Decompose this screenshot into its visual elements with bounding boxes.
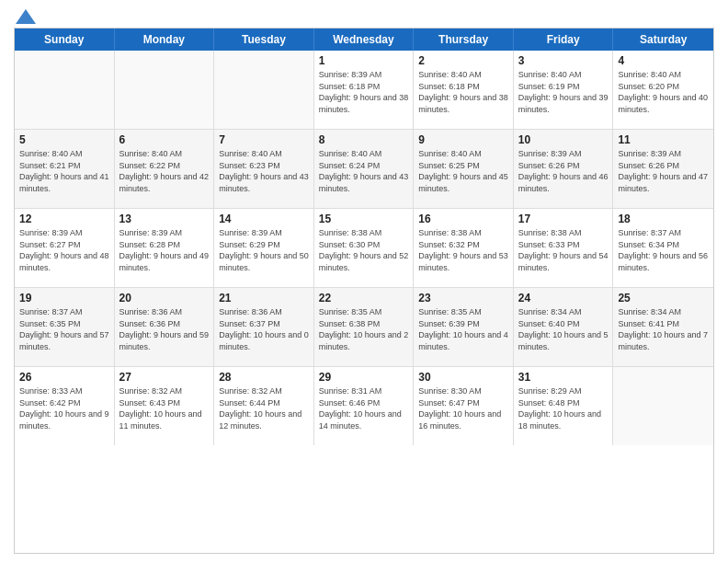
day-cell-15: 15Sunrise: 8:38 AM Sunset: 6:30 PM Dayli…: [314, 209, 415, 287]
calendar-row-3: 19Sunrise: 8:37 AM Sunset: 6:35 PM Dayli…: [15, 288, 713, 367]
day-cell-19: 19Sunrise: 8:37 AM Sunset: 6:35 PM Dayli…: [15, 288, 115, 366]
day-cell-4: 4Sunrise: 8:40 AM Sunset: 6:20 PM Daylig…: [613, 51, 713, 129]
day-cell-7: 7Sunrise: 8:40 AM Sunset: 6:23 PM Daylig…: [214, 130, 314, 208]
day-info: Sunrise: 8:36 AM Sunset: 6:36 PM Dayligh…: [119, 306, 210, 352]
day-cell-29: 29Sunrise: 8:31 AM Sunset: 6:46 PM Dayli…: [314, 367, 415, 445]
calendar-row-1: 5Sunrise: 8:40 AM Sunset: 6:21 PM Daylig…: [15, 130, 713, 209]
header-day-tuesday: Tuesday: [214, 29, 314, 51]
day-number: 3: [518, 54, 609, 67]
day-number: 7: [219, 133, 309, 146]
day-info: Sunrise: 8:35 AM Sunset: 6:39 PM Dayligh…: [418, 306, 508, 352]
day-info: Sunrise: 8:40 AM Sunset: 6:23 PM Dayligh…: [219, 148, 309, 194]
day-number: 16: [418, 213, 508, 225]
day-number: 19: [19, 292, 109, 304]
day-cell-18: 18Sunrise: 8:37 AM Sunset: 6:34 PM Dayli…: [613, 209, 713, 287]
day-number: 5: [19, 133, 109, 146]
day-cell-23: 23Sunrise: 8:35 AM Sunset: 6:39 PM Dayli…: [414, 288, 514, 366]
day-cell-2: 2Sunrise: 8:40 AM Sunset: 6:18 PM Daylig…: [414, 51, 514, 129]
day-number: 6: [119, 133, 210, 146]
day-info: Sunrise: 8:36 AM Sunset: 6:37 PM Dayligh…: [219, 306, 309, 352]
header-day-thursday: Thursday: [414, 29, 514, 51]
header-day-sunday: Sunday: [15, 29, 115, 51]
day-info: Sunrise: 8:29 AM Sunset: 6:48 PM Dayligh…: [518, 385, 609, 431]
day-info: Sunrise: 8:38 AM Sunset: 6:30 PM Dayligh…: [319, 227, 409, 273]
day-info: Sunrise: 8:31 AM Sunset: 6:46 PM Dayligh…: [319, 385, 409, 431]
day-cell-27: 27Sunrise: 8:32 AM Sunset: 6:43 PM Dayli…: [115, 367, 215, 445]
day-cell-30: 30Sunrise: 8:30 AM Sunset: 6:47 PM Dayli…: [414, 367, 514, 445]
empty-cell-r0c0: [15, 51, 115, 129]
day-number: 4: [618, 54, 709, 67]
day-info: Sunrise: 8:32 AM Sunset: 6:44 PM Dayligh…: [219, 385, 309, 431]
day-info: Sunrise: 8:39 AM Sunset: 6:28 PM Dayligh…: [119, 227, 210, 273]
day-cell-8: 8Sunrise: 8:40 AM Sunset: 6:24 PM Daylig…: [314, 130, 415, 208]
day-info: Sunrise: 8:40 AM Sunset: 6:25 PM Dayligh…: [418, 148, 508, 194]
day-number: 12: [19, 213, 109, 225]
day-cell-28: 28Sunrise: 8:32 AM Sunset: 6:44 PM Dayli…: [214, 367, 314, 445]
day-number: 13: [119, 213, 210, 225]
header-day-saturday: Saturday: [613, 29, 713, 51]
day-info: Sunrise: 8:32 AM Sunset: 6:43 PM Dayligh…: [119, 385, 210, 431]
header-day-friday: Friday: [514, 29, 614, 51]
day-cell-5: 5Sunrise: 8:40 AM Sunset: 6:21 PM Daylig…: [15, 130, 115, 208]
day-number: 22: [319, 292, 409, 304]
day-number: 18: [618, 213, 709, 225]
day-number: 11: [618, 133, 709, 146]
day-cell-11: 11Sunrise: 8:39 AM Sunset: 6:26 PM Dayli…: [613, 130, 713, 208]
day-cell-21: 21Sunrise: 8:36 AM Sunset: 6:37 PM Dayli…: [214, 288, 314, 366]
day-info: Sunrise: 8:40 AM Sunset: 6:18 PM Dayligh…: [418, 69, 508, 115]
day-cell-6: 6Sunrise: 8:40 AM Sunset: 6:22 PM Daylig…: [115, 130, 215, 208]
day-info: Sunrise: 8:39 AM Sunset: 6:18 PM Dayligh…: [319, 69, 409, 115]
day-number: 17: [518, 213, 609, 225]
empty-cell-r0c2: [214, 51, 314, 129]
day-number: 9: [418, 133, 508, 146]
day-number: 31: [518, 371, 609, 384]
calendar-row-2: 12Sunrise: 8:39 AM Sunset: 6:27 PM Dayli…: [15, 209, 713, 288]
header-day-wednesday: Wednesday: [314, 29, 415, 51]
day-info: Sunrise: 8:39 AM Sunset: 6:27 PM Dayligh…: [19, 227, 109, 273]
day-number: 23: [418, 292, 508, 304]
empty-cell-r0c1: [115, 51, 215, 129]
svg-marker-0: [16, 9, 36, 24]
day-info: Sunrise: 8:39 AM Sunset: 6:26 PM Dayligh…: [518, 148, 609, 194]
day-cell-9: 9Sunrise: 8:40 AM Sunset: 6:25 PM Daylig…: [414, 130, 514, 208]
day-number: 24: [518, 292, 609, 304]
day-info: Sunrise: 8:30 AM Sunset: 6:47 PM Dayligh…: [418, 385, 508, 431]
day-cell-31: 31Sunrise: 8:29 AM Sunset: 6:48 PM Dayli…: [514, 367, 614, 445]
day-info: Sunrise: 8:40 AM Sunset: 6:19 PM Dayligh…: [518, 69, 609, 115]
day-number: 28: [219, 371, 309, 384]
day-cell-25: 25Sunrise: 8:34 AM Sunset: 6:41 PM Dayli…: [613, 288, 713, 366]
day-info: Sunrise: 8:33 AM Sunset: 6:42 PM Dayligh…: [19, 385, 109, 431]
day-number: 10: [518, 133, 609, 146]
day-number: 27: [119, 371, 210, 384]
day-number: 15: [319, 213, 409, 225]
day-info: Sunrise: 8:37 AM Sunset: 6:34 PM Dayligh…: [618, 227, 709, 273]
logo-text: [14, 9, 36, 24]
day-number: 26: [19, 371, 109, 384]
day-cell-24: 24Sunrise: 8:34 AM Sunset: 6:40 PM Dayli…: [514, 288, 614, 366]
day-info: Sunrise: 8:40 AM Sunset: 6:21 PM Dayligh…: [19, 148, 109, 194]
day-cell-26: 26Sunrise: 8:33 AM Sunset: 6:42 PM Dayli…: [15, 367, 115, 445]
day-number: 20: [119, 292, 210, 304]
day-info: Sunrise: 8:34 AM Sunset: 6:40 PM Dayligh…: [518, 306, 609, 352]
day-info: Sunrise: 8:37 AM Sunset: 6:35 PM Dayligh…: [19, 306, 109, 352]
day-cell-3: 3Sunrise: 8:40 AM Sunset: 6:19 PM Daylig…: [514, 51, 614, 129]
day-cell-16: 16Sunrise: 8:38 AM Sunset: 6:32 PM Dayli…: [414, 209, 514, 287]
day-info: Sunrise: 8:40 AM Sunset: 6:20 PM Dayligh…: [618, 69, 709, 115]
day-info: Sunrise: 8:40 AM Sunset: 6:22 PM Dayligh…: [119, 148, 210, 194]
day-cell-13: 13Sunrise: 8:39 AM Sunset: 6:28 PM Dayli…: [115, 209, 215, 287]
day-info: Sunrise: 8:39 AM Sunset: 6:29 PM Dayligh…: [219, 227, 309, 273]
day-cell-22: 22Sunrise: 8:35 AM Sunset: 6:38 PM Dayli…: [314, 288, 415, 366]
empty-cell-r4c6: [613, 367, 713, 445]
day-number: 29: [319, 371, 409, 384]
logo-icon: [16, 9, 36, 24]
day-number: 21: [219, 292, 309, 304]
calendar: SundayMondayTuesdayWednesdayThursdayFrid…: [14, 28, 714, 554]
day-number: 2: [418, 54, 508, 67]
calendar-header: SundayMondayTuesdayWednesdayThursdayFrid…: [15, 29, 713, 51]
day-number: 25: [618, 292, 709, 304]
day-cell-12: 12Sunrise: 8:39 AM Sunset: 6:27 PM Dayli…: [15, 209, 115, 287]
calendar-row-4: 26Sunrise: 8:33 AM Sunset: 6:42 PM Dayli…: [15, 367, 713, 445]
day-cell-17: 17Sunrise: 8:38 AM Sunset: 6:33 PM Dayli…: [514, 209, 614, 287]
day-info: Sunrise: 8:34 AM Sunset: 6:41 PM Dayligh…: [618, 306, 709, 352]
header-day-monday: Monday: [115, 29, 215, 51]
